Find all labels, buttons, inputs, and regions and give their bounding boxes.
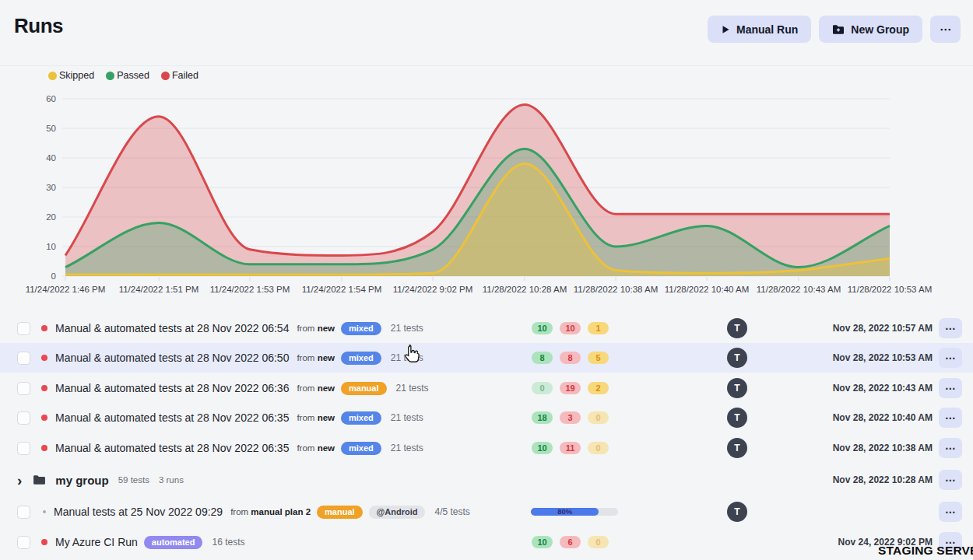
new-group-button[interactable]: New Group xyxy=(819,16,922,43)
tests-count-label: 4/5 tests xyxy=(434,506,469,517)
play-icon xyxy=(721,25,730,34)
status-dot-red xyxy=(41,445,47,451)
tests-count-label: 21 tests xyxy=(391,323,423,334)
run-date: Nov 28, 2022 10:38 AM xyxy=(833,443,933,453)
badge-mixed: mixed xyxy=(341,442,381,455)
legend-label: Failed xyxy=(172,70,198,81)
more-actions-button[interactable]: ⋯ xyxy=(930,16,961,43)
folder-plus-icon xyxy=(832,24,845,35)
user-avatar: T xyxy=(727,502,747,522)
x-axis-tick-label: 11/24/2022 1:46 PM xyxy=(26,285,106,294)
failed-count-pill: 3 xyxy=(560,411,581,424)
y-axis-tick-label: 20 xyxy=(46,212,56,222)
tests-count-label: 21 tests xyxy=(391,412,423,423)
row-more-button[interactable]: ⋯ xyxy=(939,378,962,398)
row-more-button[interactable]: ⋯ xyxy=(939,318,962,338)
row-checkbox[interactable] xyxy=(17,322,30,335)
result-counts: 1060 xyxy=(532,536,609,548)
run-date: Nov 28, 2022 10:43 AM xyxy=(833,383,933,394)
x-axis-tick-label: 11/28/2022 10:28 AM xyxy=(483,285,567,294)
row-more-button[interactable]: ⋯ xyxy=(939,348,962,368)
status-dot-red xyxy=(41,385,47,391)
folder-icon xyxy=(33,474,46,485)
result-counts: 10110 xyxy=(532,442,609,454)
passed-count-pill: 10 xyxy=(532,442,553,454)
runs-page: Runs Manual RunNew Group⋯ SkippedPassedF… xyxy=(0,0,973,560)
run-row[interactable]: My Azure CI Runautomated16 tests1060Nov … xyxy=(0,527,973,557)
page-title: Runs xyxy=(14,14,63,38)
run-date: Nov 28, 2022 10:57 AM xyxy=(833,323,933,334)
status-dot-gray xyxy=(43,510,46,513)
row-checkbox[interactable] xyxy=(17,442,30,455)
y-axis-tick-label: 50 xyxy=(46,124,56,133)
run-date: Nov 28, 2022 10:40 AM xyxy=(833,412,933,423)
run-from-source: from new xyxy=(297,413,335,422)
run-source-name: new xyxy=(318,443,335,453)
run-row[interactable]: Manual & automated tests at 28 Nov 2022 … xyxy=(0,373,973,403)
y-axis-tick-label: 60 xyxy=(46,94,56,103)
staging-server-watermark: STAGING SERVER xyxy=(878,544,973,558)
result-counts: 10101 xyxy=(532,322,609,334)
y-axis-tick-label: 10 xyxy=(46,242,56,251)
row-more-button[interactable]: ⋯ xyxy=(939,438,962,458)
failed-count-pill: 6 xyxy=(560,536,581,548)
y-axis-tick-label: 30 xyxy=(46,183,56,192)
row-checkbox[interactable] xyxy=(17,506,30,519)
badge-automated: automated xyxy=(144,536,203,549)
run-row[interactable]: Manual & automated tests at 28 Nov 2022 … xyxy=(0,313,973,343)
legend-item-failed: Failed xyxy=(161,70,198,81)
legend-label: Passed xyxy=(117,70,149,81)
passed-count-pill: 10 xyxy=(532,536,553,548)
run-title: Manual & automated tests at 28 Nov 2022 … xyxy=(55,442,289,454)
run-title: Manual & automated tests at 28 Nov 2022 … xyxy=(55,382,289,394)
new-group-button-label: New Group xyxy=(851,23,909,36)
x-axis-tick-label: 11/24/2022 1:53 PM xyxy=(210,285,290,294)
badge-mixed: mixed xyxy=(341,352,381,365)
passed-count-pill: 10 xyxy=(532,322,553,334)
x-axis-tick-label: 11/28/2022 10:53 AM xyxy=(848,285,933,294)
run-row[interactable]: Manual & automated tests at 28 Nov 2022 … xyxy=(0,403,973,432)
status-dot-red xyxy=(41,539,47,545)
row-more-button[interactable]: ⋯ xyxy=(939,470,962,490)
run-title: Manual & automated tests at 28 Nov 2022 … xyxy=(55,411,289,424)
x-axis-tick-label: 11/28/2022 10:38 AM xyxy=(574,285,659,294)
row-more-button[interactable]: ⋯ xyxy=(939,502,962,522)
row-checkbox[interactable] xyxy=(17,411,30,425)
user-avatar: T xyxy=(727,348,747,368)
row-more-button[interactable]: ⋯ xyxy=(939,408,962,428)
row-checkbox[interactable] xyxy=(17,352,30,365)
chevron-right-icon[interactable]: › xyxy=(17,473,22,488)
status-dot-red xyxy=(41,415,47,421)
status-dot-red xyxy=(41,325,47,331)
run-row[interactable]: Manual & automated tests at 28 Nov 2022 … xyxy=(0,343,973,373)
run-from-source: from manual plan 2 xyxy=(230,507,311,516)
tests-count-label: 21 tests xyxy=(391,352,423,363)
run-title: My Azure CI Run xyxy=(55,536,138,548)
row-checkbox[interactable] xyxy=(17,536,30,549)
run-row[interactable]: Manual & automated tests at 28 Nov 2022 … xyxy=(0,433,973,463)
run-from-source: from new xyxy=(297,383,335,393)
x-axis-tick-label: 11/24/2022 9:02 PM xyxy=(393,285,473,294)
x-axis-tick-label: 11/24/2022 1:54 PM xyxy=(302,285,382,294)
group-row[interactable]: ›my group59 tests3 runsNov 28, 2022 10:2… xyxy=(0,465,973,495)
group-tests-count: 59 tests xyxy=(118,475,149,485)
manual-run-button[interactable]: Manual Run xyxy=(708,16,811,43)
chart-legend: SkippedPassedFailed xyxy=(48,70,198,81)
row-checkbox[interactable] xyxy=(17,382,30,395)
y-axis-tick-label: 40 xyxy=(46,153,56,163)
x-axis-tick-label: 11/28/2022 10:40 AM xyxy=(665,285,750,294)
legend-item-skipped: Skipped xyxy=(48,70,94,81)
area-chart-svg: 010203040506011/24/2022 1:46 PM11/24/202… xyxy=(0,86,973,302)
result-counts: 1830 xyxy=(532,411,609,424)
result-counts: 0192 xyxy=(532,382,609,394)
tests-count-label: 21 tests xyxy=(391,443,423,453)
manual-run-button-label: Manual Run xyxy=(736,23,798,36)
run-row[interactable]: Manual tests at 25 Nov 2022 09:29from ma… xyxy=(0,497,973,527)
x-axis-tick-label: 11/28/2022 10:43 AM xyxy=(757,285,841,294)
failed-count-pill: 10 xyxy=(560,322,581,334)
y-axis-tick-label: 0 xyxy=(51,271,56,281)
run-source-name: new xyxy=(318,383,335,393)
header-divider xyxy=(0,65,973,66)
run-date: Nov 28, 2022 10:53 AM xyxy=(833,352,933,363)
run-from-source: from new xyxy=(297,443,335,453)
